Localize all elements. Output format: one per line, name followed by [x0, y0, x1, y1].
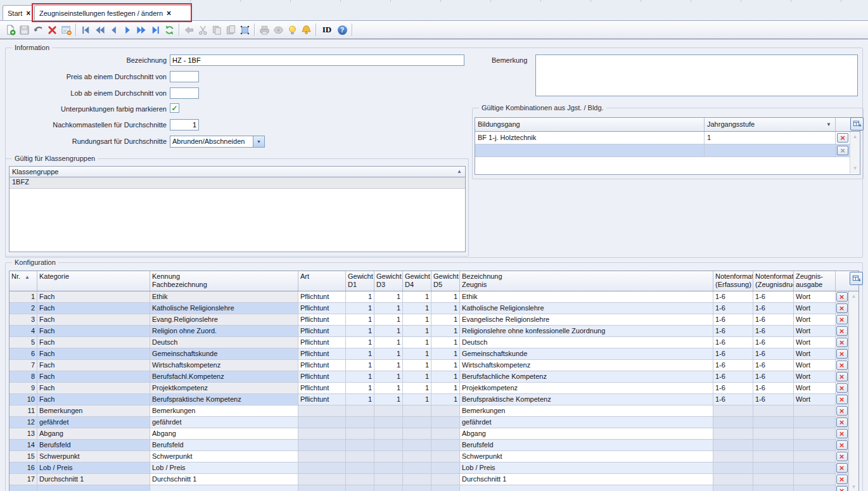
konfig-cell-r2-gewicht-d5[interactable]: 1	[431, 303, 460, 314]
konfig-header-kategorie[interactable]: Kategorie	[37, 271, 150, 291]
konfig-cell-r6-nr[interactable]: 6	[10, 348, 37, 360]
konfig-cell-r4-notenformat-zeugnisdruck[interactable]: 1-6	[753, 326, 794, 337]
konfig-cell-r11-zeugnisausgabe[interactable]	[794, 405, 836, 417]
konfig-cell-r6-gewicht-d1[interactable]: 1	[346, 348, 374, 360]
konfig-cell-r15-gewicht-d3[interactable]	[374, 451, 403, 462]
konfig-delete-row-9-button[interactable]: ×	[836, 383, 848, 393]
konfig-cell-r14-nr[interactable]: 14	[10, 440, 37, 451]
notification-bell-button[interactable]	[299, 23, 313, 37]
konfig-cell-r3-art[interactable]: Pflichtunt	[298, 314, 346, 326]
konfig-delete-row-10-button[interactable]: ×	[836, 395, 848, 404]
konfig-delete-row-5-button[interactable]: ×	[836, 338, 848, 347]
konfig-cell-r11-gewicht-d1[interactable]	[346, 405, 374, 417]
konfig-cell-r15-gewicht-d5[interactable]	[431, 451, 460, 462]
konfig-cell-r3-bezeichnung-zeugnis[interactable]: Evangelische Religionslehre	[460, 314, 713, 326]
konfig-header-art[interactable]: Art	[298, 271, 346, 291]
komb-scrollbar[interactable]: ▲ ▼	[850, 132, 860, 174]
konfig-cell-r14-bezeichnung-zeugnis[interactable]: Berufsfeld	[460, 440, 713, 451]
konfig-cell-r5-gewicht-d4[interactable]: 1	[403, 337, 431, 348]
nachkommastellen-field[interactable]	[170, 119, 199, 131]
rundungsart-select[interactable]: Abrunden/Abschneiden ▼	[170, 136, 265, 148]
konfig-header-bezeichnung-zeugnis[interactable]: BezeichnungZeugnis	[460, 271, 713, 291]
konfig-cell-r14-notenformat-zeugnisdruck[interactable]	[753, 440, 794, 451]
konfig-delete-row-18-button[interactable]: ×	[836, 486, 848, 491]
konfig-cell-r10-kennung[interactable]: Berufspraktische Kompetenz	[150, 394, 298, 405]
konfig-cell-r11-notenformat-zeugnisdruck[interactable]	[753, 405, 794, 417]
konfig-cell-r2-notenformat-erfassung[interactable]: 1-6	[713, 303, 753, 314]
konfig-cell-r5-kennung[interactable]: Deutsch	[150, 337, 298, 348]
konfig-cell-r10-zeugnisausgabe[interactable]: Wort	[794, 394, 836, 405]
komb-cell-r1-bildungsgang[interactable]: BF 1-j. Holztechnik	[475, 132, 705, 144]
konfig-cell-r1-gewicht-d4[interactable]: 1	[403, 291, 431, 303]
konfig-cell-r8-notenformat-zeugnisdruck[interactable]: 1-6	[753, 371, 794, 383]
konfig-cell-r1-notenformat-erfassung[interactable]: 1-6	[713, 291, 753, 303]
konfig-cell-r13-nr[interactable]: 13	[10, 428, 37, 440]
bezeichnung-field[interactable]	[170, 54, 464, 66]
nav-next-button[interactable]	[120, 23, 134, 37]
tab-zeugniseinstellungen-close-icon[interactable]: ×	[167, 10, 171, 16]
konfig-cell-r8-kategorie[interactable]: Fach	[37, 371, 150, 383]
konfig-cell-r10-notenformat-erfassung[interactable]: 1-6	[713, 394, 753, 405]
konfig-cell-r4-nr[interactable]: 4	[10, 326, 37, 337]
form-properties-button[interactable]	[59, 23, 73, 37]
konfig-cell-r14-art[interactable]	[298, 440, 346, 451]
konfig-cell-r13-zeugnisausgabe[interactable]	[794, 428, 836, 440]
konfig-cell-r16-kennung[interactable]: Lob / Preis	[150, 462, 298, 474]
konfig-cell-r12-bezeichnung-zeugnis[interactable]: gefährdet	[460, 417, 713, 428]
tab-start-close-icon[interactable]: ×	[26, 10, 30, 16]
konfig-header-gewicht-d1[interactable]: GewichtD1	[346, 271, 374, 291]
konfig-cell-r1-gewicht-d5[interactable]: 1	[431, 291, 460, 303]
konfig-cell-r7-gewicht-d4[interactable]: 1	[403, 360, 431, 371]
konfig-cell-r2-bezeichnung-zeugnis[interactable]: Katholische Religionslehre	[460, 303, 713, 314]
komb-delete-row-2-button[interactable]: ×	[837, 146, 848, 155]
konfig-cell-r6-notenformat-zeugnisdruck[interactable]: 1-6	[753, 348, 794, 360]
konfig-cell-r4-gewicht-d3[interactable]: 1	[374, 326, 403, 337]
konfig-cell-r4-notenformat-erfassung[interactable]: 1-6	[713, 326, 753, 337]
konfig-cell-r6-gewicht-d3[interactable]: 1	[374, 348, 403, 360]
konfig-cell-r1-bezeichnung-zeugnis[interactable]: Ethik	[460, 291, 713, 303]
nav-fast-forward-button[interactable]	[134, 23, 148, 37]
konfig-cell-r8-kennung[interactable]: Berufsfachl.Kompetenz	[150, 371, 298, 383]
konfig-cell-r17-zeugnisausgabe[interactable]	[794, 474, 836, 485]
konfig-cell-r14-zeugnisausgabe[interactable]	[794, 440, 836, 451]
komb-cell-r2-jahrgangsstufe[interactable]	[705, 144, 836, 157]
konfig-cell-r3-gewicht-d4[interactable]: 1	[403, 314, 431, 326]
konfig-cell-r16-gewicht-d5[interactable]	[431, 462, 460, 474]
konfig-cell-r5-gewicht-d5[interactable]: 1	[431, 337, 460, 348]
konfig-cell-r18-art[interactable]	[298, 485, 346, 491]
konfig-cell-r14-kennung[interactable]: Berufsfeld	[150, 440, 298, 451]
konfig-cell-r8-zeugnisausgabe[interactable]: Wort	[794, 371, 836, 383]
konfig-cell-r5-kategorie[interactable]: Fach	[37, 337, 150, 348]
komb-header-jahrgangsstufe[interactable]: Jahrgangsstufe▼	[705, 118, 836, 131]
konfig-cell-r18-kennung[interactable]	[150, 485, 298, 491]
konfig-cell-r2-gewicht-d1[interactable]: 1	[346, 303, 374, 314]
konfig-cell-r6-gewicht-d4[interactable]: 1	[403, 348, 431, 360]
konfig-cell-r3-kennung[interactable]: Evang.Religionslehre	[150, 314, 298, 326]
konfig-cell-r14-gewicht-d1[interactable]	[346, 440, 374, 451]
konfig-cell-r14-kategorie[interactable]: Berufsfeld	[37, 440, 150, 451]
konfig-cell-r16-notenformat-erfassung[interactable]	[713, 462, 753, 474]
komb-table-menu-button[interactable]	[850, 117, 864, 131]
konfig-cell-r2-nr[interactable]: 2	[10, 303, 37, 314]
konfig-cell-r2-art[interactable]: Pflichtunt	[298, 303, 346, 314]
konfig-cell-r12-art[interactable]	[298, 417, 346, 428]
konfig-delete-row-2-button[interactable]: ×	[836, 303, 848, 313]
konfig-cell-r3-kategorie[interactable]: Fach	[37, 314, 150, 326]
konfig-cell-r3-nr[interactable]: 3	[10, 314, 37, 326]
konfig-cell-r18-notenformat-erfassung[interactable]	[713, 485, 753, 491]
konfig-cell-r17-bezeichnung-zeugnis[interactable]: Durchschnitt 1	[460, 474, 713, 485]
konfig-cell-r1-gewicht-d1[interactable]: 1	[346, 291, 374, 303]
konfig-cell-r7-kennung[interactable]: Wirtschaftskompetenz	[150, 360, 298, 371]
sort-dropdown-icon[interactable]: ▼	[826, 122, 831, 127]
konfig-header-notenformat-zeugnisdruck[interactable]: Notenformat(Zeugnisdruck)	[753, 271, 794, 291]
konfig-cell-r7-art[interactable]: Pflichtunt	[298, 360, 346, 371]
help-button[interactable]: ?	[335, 23, 349, 37]
konfig-cell-r18-bezeichnung-zeugnis[interactable]	[460, 485, 713, 491]
konfig-cell-r5-notenformat-erfassung[interactable]: 1-6	[713, 337, 753, 348]
konfig-cell-r6-kategorie[interactable]: Fach	[37, 348, 150, 360]
konfig-cell-r3-gewicht-d3[interactable]: 1	[374, 314, 403, 326]
konfig-cell-r8-gewicht-d1[interactable]: 1	[346, 371, 374, 383]
konfig-cell-r16-zeugnisausgabe[interactable]	[794, 462, 836, 474]
konfig-delete-row-14-button[interactable]: ×	[836, 440, 848, 450]
konfig-cell-r16-bezeichnung-zeugnis[interactable]: Lob / Preis	[460, 462, 713, 474]
